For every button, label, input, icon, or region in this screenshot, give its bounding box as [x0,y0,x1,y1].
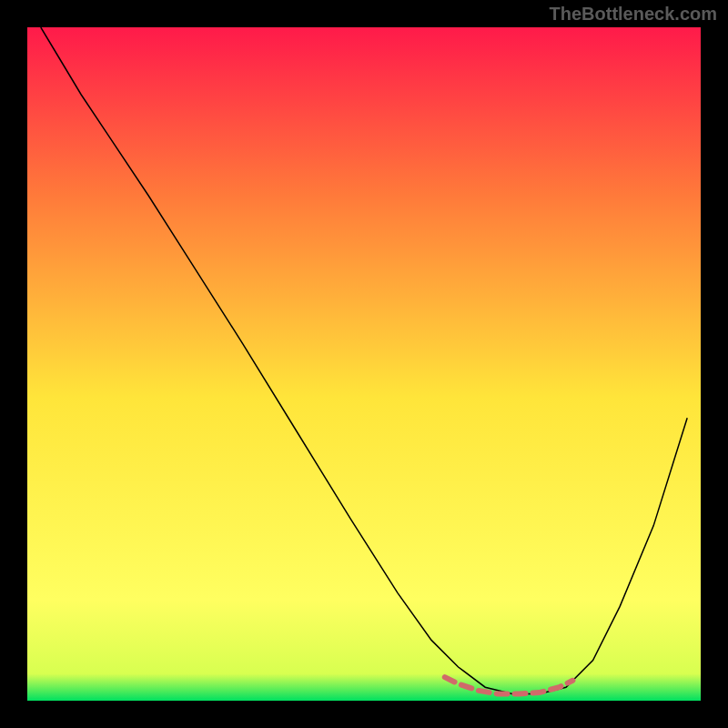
watermark-text: TheBottleneck.com [550,4,717,25]
chart-svg [27,27,701,701]
gradient-background [27,27,701,701]
chart-container [27,27,701,701]
